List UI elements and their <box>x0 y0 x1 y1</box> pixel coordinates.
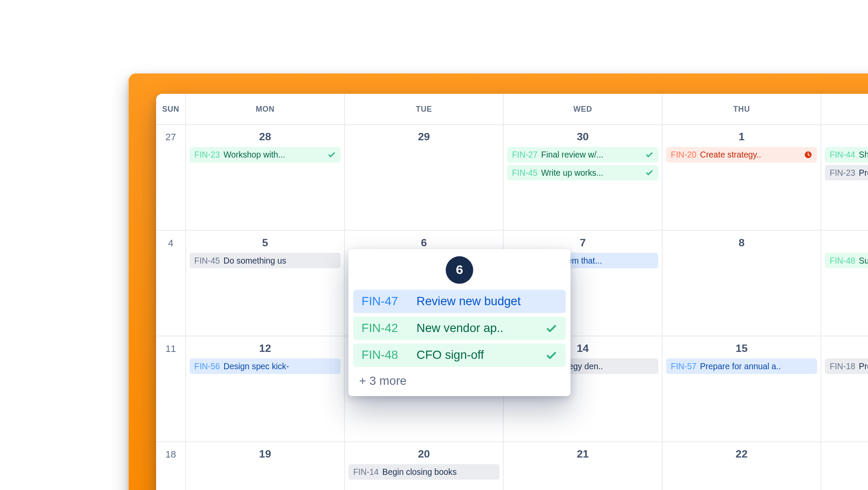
day-cell-thu[interactable]: 15 FIN-57Prepare for annual a.. <box>662 336 821 442</box>
day-cell-thu[interactable]: 8 <box>662 231 821 336</box>
day-number: 22 <box>666 446 817 464</box>
header-wed: WED <box>504 94 662 125</box>
popover-event[interactable]: FIN-48CFO sign-off <box>353 344 566 367</box>
day-number: 30 <box>507 129 658 147</box>
day-number: 5 <box>190 234 341 253</box>
calendar-event[interactable]: FIN-44Share insights... <box>825 147 868 163</box>
day-cell-mon[interactable]: 5 FIN-45Do something us <box>186 231 345 336</box>
event-title: Create strategy.. <box>700 149 800 160</box>
events-list: FIN-57Prepare for annual a.. <box>666 358 817 374</box>
calendar-event[interactable]: FIN-45Write up works... <box>507 165 658 181</box>
day-cell-mon[interactable]: 12 FIN-56Design spec kick- <box>186 336 345 442</box>
day-number: 2 <box>825 129 868 147</box>
calendar-card: SUN MON TUE WED THU FRI 27 28 FIN-23Work… <box>156 94 868 490</box>
event-title: Review new budget <box>416 294 557 308</box>
events-list: FIN-23Workshop with... <box>190 147 341 163</box>
events-list: FIN-56Design spec kick- <box>190 358 341 374</box>
calendar-event[interactable]: FIN-14Begin closing books <box>348 464 499 480</box>
clock-icon <box>804 151 812 159</box>
event-key: FIN-57 <box>671 361 696 372</box>
popover-event[interactable]: FIN-47Review new budget <box>353 290 566 313</box>
calendar-event[interactable]: FIN-27Final review w/... <box>507 147 658 163</box>
events-list: FIN-48Submit PO order <box>825 253 868 268</box>
check-icon <box>546 322 558 335</box>
calendar-event[interactable]: FIN-48Submit PO order <box>825 253 868 268</box>
day-number: 16 <box>825 340 868 358</box>
event-key: FIN-14 <box>353 467 379 477</box>
day-number: 29 <box>348 129 499 147</box>
day-cell-fri[interactable]: 2 FIN-44Share insights...FIN-23Prepare b… <box>821 125 868 230</box>
events-list: FIN-44Share insights...FIN-23Prepare bud… <box>825 147 868 181</box>
header-fri: FRI <box>821 94 868 125</box>
day-cell-sun[interactable]: 27 <box>156 125 186 230</box>
event-key: FIN-45 <box>194 255 220 266</box>
calendar-event[interactable]: FIN-45Do something us <box>190 253 341 268</box>
day-cell-mon[interactable]: 19 <box>186 442 345 490</box>
event-title: Prepare budget FY21 <box>859 361 868 372</box>
event-key: FIN-47 <box>362 294 408 308</box>
day-cell-fri[interactable]: 9 FIN-48Submit PO order <box>821 231 868 336</box>
event-title: Begin closing books <box>383 467 495 477</box>
day-cell-mon[interactable]: 28 FIN-23Workshop with... <box>186 125 345 230</box>
day-number: 4 <box>160 234 182 248</box>
day-number: 8 <box>666 234 817 253</box>
calendar-event[interactable]: FIN-57Prepare for annual a.. <box>666 358 817 374</box>
event-key: FIN-18 <box>829 361 855 372</box>
day-number: 21 <box>507 446 658 464</box>
day-number: 18 <box>160 446 182 460</box>
check-icon <box>645 151 653 159</box>
event-title: Prepare for annual a.. <box>700 361 813 372</box>
popover-event[interactable]: FIN-42New vendor ap.. <box>353 316 566 340</box>
event-title: Do something us <box>223 255 336 266</box>
popover-events: FIN-47Review new budgetFIN-42New vendor … <box>353 290 566 367</box>
event-title: Design spec kick- <box>223 361 336 372</box>
event-title: Final review w/... <box>541 149 642 160</box>
day-cell-thu[interactable]: 22 <box>662 442 821 490</box>
calendar-event[interactable]: FIN-20Create strategy.. <box>666 147 817 163</box>
check-icon <box>328 151 336 159</box>
event-key: FIN-48 <box>362 348 408 362</box>
header-sun: SUN <box>156 94 186 125</box>
event-title: Share insights... <box>859 149 868 160</box>
header-thu: THU <box>662 94 821 125</box>
event-title: Workshop with... <box>223 149 324 160</box>
day-number: 11 <box>160 340 182 354</box>
event-key: FIN-48 <box>829 255 855 266</box>
events-list: FIN-45Do something us <box>190 253 341 268</box>
day-cell-sun[interactable]: 11 <box>156 336 186 442</box>
events-list: FIN-27Final review w/...FIN-45Write up w… <box>507 147 658 181</box>
header-mon: MON <box>186 94 345 125</box>
popover-day-badge: 6 <box>446 256 473 284</box>
event-key: FIN-45 <box>512 167 537 178</box>
day-number: 15 <box>666 340 817 358</box>
day-cell-fri[interactable]: 16 FIN-18Prepare budget FY21 <box>821 336 868 442</box>
day-cell-tue[interactable]: 29 <box>345 125 504 230</box>
event-title: Write up works... <box>541 167 642 178</box>
day-number: 12 <box>190 340 341 358</box>
day-cell-sun[interactable]: 4 <box>156 231 186 336</box>
calendar-event[interactable]: FIN-18Prepare budget FY21 <box>825 358 868 374</box>
popover-more-link[interactable]: + 3 more <box>353 371 566 391</box>
check-icon <box>546 349 558 361</box>
event-key: FIN-20 <box>671 149 696 160</box>
day-popover[interactable]: 6 FIN-47Review new budgetFIN-42New vendo… <box>348 249 570 396</box>
day-number: 23 <box>825 446 868 464</box>
event-key: FIN-56 <box>194 361 220 372</box>
check-icon <box>645 168 653 177</box>
day-cell-fri[interactable]: 23 <box>821 442 868 490</box>
day-cell-wed[interactable]: 21 <box>504 442 662 490</box>
event-title: CFO sign-off <box>416 348 537 362</box>
calendar-event[interactable]: FIN-56Design spec kick- <box>190 358 341 374</box>
event-key: FIN-44 <box>829 149 855 160</box>
day-cell-wed[interactable]: 30 FIN-27Final review w/...FIN-45Write u… <box>504 125 662 230</box>
day-cell-sun[interactable]: 18 <box>156 442 186 490</box>
calendar-event[interactable]: FIN-23Prepare budget from <box>825 165 868 181</box>
day-cell-tue[interactable]: 20 FIN-14Begin closing books <box>345 442 504 490</box>
day-cell-thu[interactable]: 1 FIN-20Create strategy.. <box>662 125 821 230</box>
calendar-event[interactable]: FIN-23Workshop with... <box>190 147 341 163</box>
events-list: FIN-20Create strategy.. <box>666 147 817 163</box>
day-number: 19 <box>190 446 341 464</box>
events-list: FIN-18Prepare budget FY21 <box>825 358 868 374</box>
day-number: 20 <box>348 446 499 464</box>
event-key: FIN-23 <box>194 149 220 160</box>
